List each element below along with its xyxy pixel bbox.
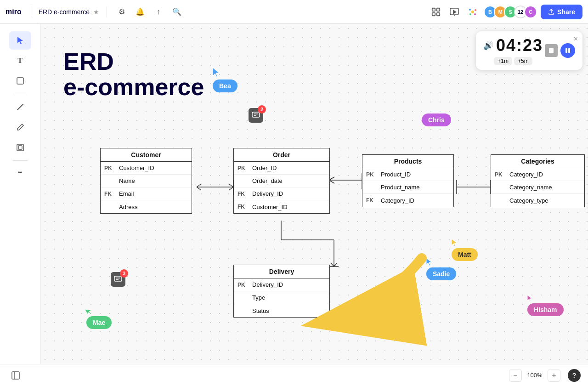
svg-line-19 [197, 187, 201, 190]
categories-table-body: PKCategory_ID Category_name Category_typ… [491, 168, 584, 207]
table-row: PKOrder_ID [234, 162, 329, 175]
topbar-separator-1 [31, 6, 31, 17]
topbar: miro ERD e-commerce ★ ⚙ 🔔 ↑ 🔍 [0, 0, 588, 24]
board-title[interactable]: ERD e-commerce [39, 8, 90, 16]
svg-rect-50 [565, 48, 567, 53]
svg-line-18 [197, 184, 201, 187]
timer-close-button[interactable]: × [574, 35, 578, 43]
timer-time: 04:23 [496, 36, 543, 55]
add-5m-button[interactable]: +5m [514, 57, 532, 65]
star-icon[interactable]: ★ [93, 8, 99, 16]
svg-line-21 [229, 184, 233, 187]
cursor-label-matt: Matt [452, 248, 478, 261]
presentation-icon[interactable] [447, 5, 462, 19]
svg-line-14 [17, 104, 23, 110]
share-button[interactable]: Share [541, 5, 582, 19]
timer-action-buttons [545, 43, 575, 58]
customer-table: Customer PKCustomer_ID Name FKEmail Adre… [100, 148, 192, 214]
avatar-self[interactable]: C [524, 6, 537, 18]
order-table-body: PKOrder_ID Order_date FKDelivery_ID FKCu… [234, 162, 329, 213]
share-board-icon[interactable]: ↑ [151, 5, 166, 19]
svg-rect-49 [549, 48, 554, 53]
line-tool[interactable] [9, 98, 31, 116]
canvas[interactable]: ERD e-commerce Customer [40, 24, 588, 364]
timer-pause-button[interactable] [560, 43, 575, 58]
products-table-body: PKProduct_ID Product_name FKCategory_ID [362, 168, 453, 207]
topbar-right: B M S 12 C Share [429, 5, 582, 19]
svg-rect-16 [18, 146, 22, 149]
svg-rect-42 [252, 112, 260, 117]
help-button[interactable]: ? [568, 369, 581, 382]
timer-sound-icon[interactable]: 🔊 [483, 40, 493, 51]
customer-table-header: Customer [101, 148, 192, 162]
collaborator-avatars[interactable]: B M S 12 C [484, 6, 537, 18]
svg-point-11 [474, 13, 476, 15]
svg-rect-0 [432, 8, 435, 11]
chat-badge-2: 3 [120, 269, 128, 278]
table-row: Name [101, 175, 192, 187]
chat-bubble-1[interactable]: 2 [249, 108, 263, 123]
zoom-in-button[interactable]: + [548, 369, 560, 382]
cursor-label-mae: Mae [86, 316, 112, 329]
notifications-icon[interactable]: 🔔 [133, 5, 147, 19]
cursor-mae: Mae [86, 307, 94, 315]
more-tools[interactable]: •• [9, 165, 31, 179]
timer-stop-button[interactable] [545, 44, 558, 57]
board-title-line1: ERD [63, 49, 204, 74]
svg-point-7 [471, 11, 474, 13]
apps-grid-icon[interactable] [429, 5, 443, 19]
bottombar: − 100% + ? [0, 364, 588, 386]
panel-toggle-icon[interactable] [7, 367, 24, 384]
search-icon[interactable]: 🔍 [170, 5, 184, 19]
table-row: PKCustomer_ID [101, 162, 192, 175]
settings-icon[interactable]: ⚙ [114, 5, 129, 19]
sticky-note-tool[interactable] [9, 72, 31, 90]
sidebar-separator-2 [13, 160, 28, 161]
yellow-arrow [293, 244, 468, 359]
svg-rect-3 [437, 12, 440, 15]
timer-add-buttons: +1m +5m [494, 57, 532, 65]
categories-table-header: Categories [491, 155, 584, 168]
svg-rect-52 [12, 372, 19, 379]
svg-rect-13 [17, 78, 23, 84]
chat-badge-1: 2 [258, 105, 266, 114]
svg-marker-12 [17, 37, 23, 44]
frame-tool[interactable] [9, 138, 31, 157]
cursor-chris: Chris [422, 114, 453, 124]
svg-marker-40 [527, 295, 532, 301]
table-row: FKDelivery_ID [234, 187, 329, 200]
svg-rect-45 [114, 276, 122, 281]
cursor-label-sadie: Sadie [426, 267, 456, 280]
table-row: Category_type [491, 194, 584, 207]
svg-rect-51 [568, 48, 570, 53]
table-row: PKProduct_ID [362, 168, 453, 181]
categories-table: Categories PKCategory_ID Category_name C… [491, 154, 585, 207]
pen-tool[interactable] [9, 118, 31, 136]
table-row: Adress [101, 200, 192, 213]
text-tool[interactable]: T [9, 51, 31, 70]
table-row: PKCategory_ID [491, 168, 584, 181]
confetti-icon[interactable] [465, 5, 480, 19]
table-row: Product_name [362, 181, 453, 194]
order-table-header: Order [234, 148, 329, 162]
zoom-out-button[interactable]: − [509, 369, 522, 382]
svg-rect-2 [432, 12, 435, 15]
svg-point-9 [475, 9, 476, 11]
zoom-level: 100% [526, 372, 544, 379]
products-table-header: Products [362, 155, 453, 168]
cursor-label-chris: Chris [422, 114, 451, 126]
table-row: FKCategory_ID [362, 194, 453, 207]
select-tool[interactable] [9, 31, 31, 50]
svg-rect-1 [437, 8, 440, 11]
miro-logo: miro [6, 8, 22, 16]
svg-rect-15 [17, 144, 23, 151]
left-sidebar: T •• [0, 24, 40, 386]
cursor-label-bea: Bea [213, 79, 237, 92]
products-table: Products PKProduct_ID Product_name FKCat… [362, 154, 454, 207]
timer-overlay: × 🔊 04:23 +1m +5m [476, 31, 582, 70]
board-title-line2: e-commerce [63, 74, 204, 100]
board-heading: ERD e-commerce [63, 49, 204, 99]
add-1m-button[interactable]: +1m [494, 57, 512, 65]
svg-point-10 [469, 13, 471, 15]
chat-bubble-2[interactable]: 3 [111, 272, 125, 287]
